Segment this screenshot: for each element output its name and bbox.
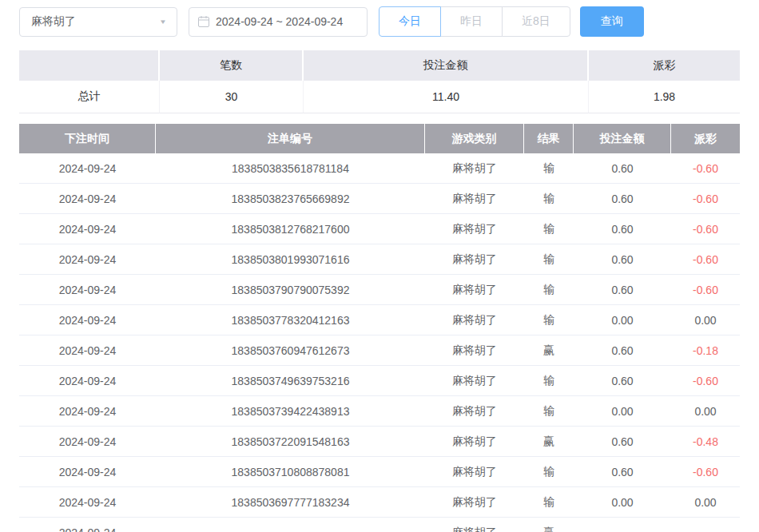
table-row: 2024-09-24 1838503749639753216 麻将胡了 输 0.… — [19, 366, 740, 396]
table-row: 2024-09-24 1838503739422438913 麻将胡了 输 0.… — [19, 396, 740, 427]
bet-amount-cell: 0.60 — [574, 457, 671, 487]
bet-id-cell: 1838503812768217600 — [156, 214, 425, 244]
payout-cell — [671, 518, 740, 532]
bet-amount-cell — [574, 518, 671, 532]
bet-id-cell: 1838503749639753216 — [156, 366, 425, 396]
bet-id-cell: 1838503778320412163 — [156, 305, 425, 335]
bet-amount-cell: 0.00 — [574, 396, 671, 427]
summary-header-blank — [19, 50, 160, 81]
result-cell: 输 — [524, 184, 574, 214]
bet-amount-cell: 0.60 — [574, 335, 671, 366]
payout-cell: -0.18 — [671, 335, 740, 366]
bet-time-cell: 2024-09-24 — [19, 518, 156, 532]
summary-total-row: 总计 30 11.40 1.98 — [19, 81, 740, 113]
bet-amount-cell: 0.60 — [574, 275, 671, 305]
last-8-days-button[interactable]: 近8日 — [502, 6, 570, 37]
game-cell: 麻将胡了 — [425, 487, 524, 518]
summary-total-label: 总计 — [19, 81, 160, 113]
table-row: 2024-09-24 麻将胡了 赢 — [19, 518, 740, 532]
table-row: 2024-09-24 1838503722091548163 麻将胡了 赢 0.… — [19, 427, 740, 457]
bet-time-cell: 2024-09-24 — [19, 366, 156, 396]
bet-time-cell: 2024-09-24 — [19, 335, 156, 366]
table-row: 2024-09-24 1838503835618781184 麻将胡了 输 0.… — [19, 153, 740, 184]
date-range-value: 2024-09-24 ~ 2024-09-24 — [216, 15, 343, 28]
game-cell: 麻将胡了 — [425, 153, 524, 184]
payout-cell: -0.60 — [671, 214, 740, 244]
search-button[interactable]: 查询 — [580, 6, 644, 37]
table-row: 2024-09-24 1838503823765669892 麻将胡了 输 0.… — [19, 184, 740, 214]
game-select[interactable]: 麻将胡了 ▼ — [19, 7, 177, 37]
date-range-input[interactable]: 2024-09-24 ~ 2024-09-24 — [189, 7, 368, 37]
header-payout: 派彩 — [671, 124, 740, 153]
today-button[interactable]: 今日 — [379, 6, 441, 37]
filter-toolbar: 麻将胡了 ▼ 2024-09-24 ~ 2024-09-24 今日 昨日 近8日… — [0, 0, 759, 37]
header-game-category: 游戏类别 — [425, 124, 524, 153]
bet-amount-cell: 0.60 — [574, 214, 671, 244]
bet-table-header-row: 下注时间 注单编号 游戏类别 结果 投注金额 派彩 — [19, 124, 740, 153]
payout-cell: -0.60 — [671, 457, 740, 487]
bet-time-cell: 2024-09-24 — [19, 244, 156, 275]
game-cell: 麻将胡了 — [425, 518, 524, 532]
summary-bet-amount-value: 11.40 — [304, 81, 589, 113]
summary-payout-value: 1.98 — [589, 81, 740, 113]
bet-amount-cell: 0.00 — [574, 305, 671, 335]
bet-time-cell: 2024-09-24 — [19, 184, 156, 214]
result-cell: 输 — [524, 275, 574, 305]
table-row: 2024-09-24 1838503778320412163 麻将胡了 输 0.… — [19, 305, 740, 335]
game-cell: 麻将胡了 — [425, 396, 524, 427]
game-cell: 麻将胡了 — [425, 305, 524, 335]
bet-table-body: 2024-09-24 1838503835618781184 麻将胡了 输 0.… — [19, 153, 740, 532]
table-row: 2024-09-24 1838503710808878081 麻将胡了 输 0.… — [19, 457, 740, 487]
header-result: 结果 — [524, 124, 574, 153]
result-cell: 输 — [524, 366, 574, 396]
summary-table: 笔数 投注金额 派彩 总计 30 11.40 1.98 — [19, 50, 740, 113]
header-bet-id: 注单编号 — [156, 124, 425, 153]
bet-amount-cell: 0.60 — [574, 366, 671, 396]
bet-id-cell: 1838503739422438913 — [156, 396, 425, 427]
result-cell: 输 — [524, 487, 574, 518]
bet-time-cell: 2024-09-24 — [19, 305, 156, 335]
bet-id-cell: 1838503697777183234 — [156, 487, 425, 518]
bet-amount-cell: 0.00 — [574, 487, 671, 518]
calendar-icon — [197, 15, 210, 28]
game-cell: 麻将胡了 — [425, 457, 524, 487]
bet-time-cell: 2024-09-24 — [19, 214, 156, 244]
table-row: 2024-09-24 1838503697777183234 麻将胡了 输 0.… — [19, 487, 740, 518]
header-bet-amount: 投注金额 — [574, 124, 671, 153]
summary-header-count: 笔数 — [160, 50, 304, 81]
bet-id-cell: 1838503760947612673 — [156, 335, 425, 366]
game-cell: 麻将胡了 — [425, 366, 524, 396]
bet-id-cell: 1838503790790075392 — [156, 275, 425, 305]
bet-amount-cell: 0.60 — [574, 427, 671, 457]
payout-cell: -0.60 — [671, 184, 740, 214]
result-cell: 赢 — [524, 427, 574, 457]
game-cell: 麻将胡了 — [425, 244, 524, 275]
result-cell: 输 — [524, 305, 574, 335]
payout-cell: 0.00 — [671, 305, 740, 335]
bet-id-cell: 1838503722091548163 — [156, 427, 425, 457]
payout-cell: -0.60 — [671, 244, 740, 275]
game-cell: 麻将胡了 — [425, 214, 524, 244]
table-row: 2024-09-24 1838503760947612673 麻将胡了 赢 0.… — [19, 335, 740, 366]
bet-time-cell: 2024-09-24 — [19, 396, 156, 427]
bet-time-cell: 2024-09-24 — [19, 275, 156, 305]
yesterday-button[interactable]: 昨日 — [440, 6, 503, 37]
bet-id-cell: 1838503801993071616 — [156, 244, 425, 275]
summary-header-row: 笔数 投注金额 派彩 — [19, 50, 740, 81]
game-cell: 麻将胡了 — [425, 427, 524, 457]
bet-time-cell: 2024-09-24 — [19, 427, 156, 457]
payout-cell: -0.60 — [671, 366, 740, 396]
header-bet-time: 下注时间 — [19, 124, 156, 153]
result-cell: 输 — [524, 153, 574, 184]
payout-cell: -0.60 — [671, 275, 740, 305]
payout-cell: -0.60 — [671, 153, 740, 184]
bet-time-cell: 2024-09-24 — [19, 153, 156, 184]
result-cell: 输 — [524, 396, 574, 427]
quick-date-button-group: 今日 昨日 近8日 — [379, 6, 570, 37]
bet-amount-cell: 0.60 — [574, 244, 671, 275]
bet-table: 下注时间 注单编号 游戏类别 结果 投注金额 派彩 2024-09-24 183… — [19, 124, 740, 532]
result-cell: 输 — [524, 244, 574, 275]
result-cell: 赢 — [524, 518, 574, 532]
bet-amount-cell: 0.60 — [574, 184, 671, 214]
summary-header-bet-amount: 投注金额 — [304, 50, 589, 81]
